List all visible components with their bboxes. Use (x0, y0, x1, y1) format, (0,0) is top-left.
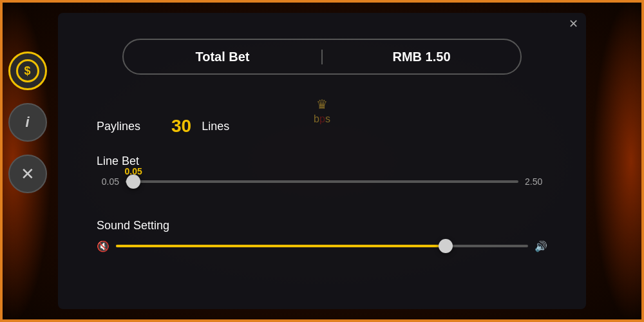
sidebar: i ✕ (0, 52, 55, 193)
flame-right (592, 0, 644, 322)
linebet-min-label: 0.05 (97, 176, 119, 187)
linebet-thumb[interactable] (126, 175, 140, 189)
total-bet-label: Total Bet (124, 50, 323, 64)
linebet-max-label: 2.50 (525, 176, 547, 187)
watermark-text: bps (314, 113, 330, 125)
watermark-s: s (325, 113, 330, 124)
sidebar-close-button[interactable]: ✕ (8, 155, 47, 193)
sound-icon[interactable]: 🔊 (535, 240, 547, 252)
linebet-label: Line Bet (97, 155, 547, 168)
watermark-p: p (319, 113, 325, 124)
mute-icon[interactable]: 🔇 (97, 240, 109, 252)
chip-button[interactable] (8, 52, 47, 90)
linebet-track-wrapper[interactable]: 0.05 (126, 172, 518, 191)
paylines-unit: Lines (202, 120, 229, 133)
panel-close-button[interactable]: ✕ (569, 18, 578, 30)
sound-track (116, 245, 528, 247)
linebet-section: Line Bet 0.05 0.05 2.50 (97, 155, 547, 191)
watermark: ♛ bps (314, 97, 330, 125)
panel-close-icon: ✕ (569, 17, 578, 30)
watermark-crown: ♛ (316, 97, 328, 112)
total-bet-bar: Total Bet RMB 1.50 (122, 39, 522, 75)
sound-label: Sound Setting (97, 219, 547, 232)
total-bet-value: RMB 1.50 (323, 50, 520, 64)
paylines-number: 30 (171, 116, 191, 137)
close-icon: ✕ (21, 164, 35, 184)
sound-track-wrapper[interactable] (116, 236, 528, 256)
sound-fill (116, 245, 446, 247)
paylines-label: Paylines (97, 120, 161, 133)
sound-slider-row: 🔇 🔊 (97, 236, 547, 256)
paylines-row: Paylines 30 Lines (97, 116, 229, 137)
info-button[interactable]: i (8, 103, 47, 142)
main-panel: ✕ Total Bet RMB 1.50 ♛ bps Paylines 30 L… (58, 13, 586, 309)
watermark-b: b (314, 113, 319, 124)
linebet-slider-container: 0.05 0.05 2.50 (97, 172, 547, 191)
sound-thumb[interactable] (439, 239, 453, 253)
sound-section: Sound Setting 🔇 🔊 (97, 219, 547, 256)
linebet-track: 0.05 (126, 180, 518, 183)
info-icon: i (25, 114, 29, 131)
chip-icon (16, 59, 39, 82)
